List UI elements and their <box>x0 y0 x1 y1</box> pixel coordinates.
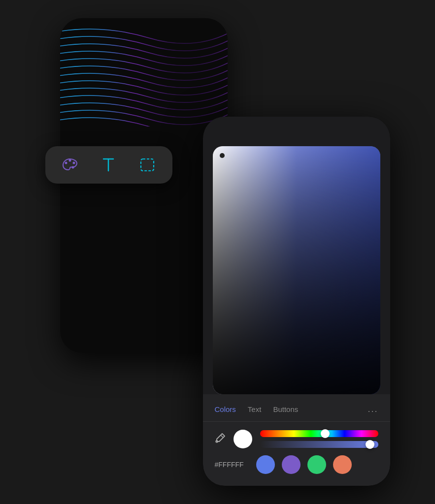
preset-red-orange[interactable] <box>333 455 352 474</box>
tab-buttons[interactable]: Buttons <box>273 403 298 415</box>
color-picker-panel[interactable] <box>213 146 380 394</box>
tab-more[interactable]: ... <box>368 404 378 414</box>
camera-dot <box>220 153 225 158</box>
palette-tool-button[interactable] <box>60 155 80 175</box>
bottom-panel: Colors Text Buttons ... <box>203 394 390 486</box>
tab-text[interactable]: Text <box>248 403 262 415</box>
svg-rect-7 <box>141 159 154 171</box>
hue-slider-thumb[interactable] <box>321 429 330 438</box>
hue-slider[interactable] <box>260 430 378 437</box>
color-row-sliders <box>215 430 378 448</box>
phone-front: Colors Text Buttons ... <box>203 117 390 486</box>
gradient-waves <box>60 18 228 126</box>
alpha-slider-thumb[interactable] <box>366 440 374 449</box>
slider-container <box>260 430 378 448</box>
hex-value-label[interactable]: #FFFFFF <box>215 461 249 469</box>
toolbar-floating <box>45 146 172 184</box>
svg-point-1 <box>65 162 67 164</box>
eyedropper-icon[interactable] <box>215 433 226 446</box>
preset-purple[interactable] <box>282 455 301 474</box>
phone-front-screen: Colors Text Buttons ... <box>203 117 390 486</box>
phone-back-screen <box>60 18 228 353</box>
svg-point-2 <box>68 159 71 162</box>
text-tool-button[interactable] <box>100 155 117 175</box>
svg-line-8 <box>221 435 223 438</box>
preset-green[interactable] <box>307 455 326 474</box>
tab-colors[interactable]: Colors <box>215 403 236 415</box>
alpha-slider[interactable] <box>260 441 378 448</box>
preset-blue[interactable] <box>256 455 275 474</box>
color-row-presets: #FFFFFF <box>215 455 378 478</box>
tabs-row: Colors Text Buttons ... <box>203 394 390 422</box>
phone-back <box>60 18 228 353</box>
scene: Colors Text Buttons ... <box>45 18 390 486</box>
current-color-swatch[interactable] <box>234 430 252 448</box>
color-gradient-main <box>213 146 380 394</box>
color-controls: #FFFFFF <box>203 422 390 486</box>
selection-tool-button[interactable] <box>137 155 158 175</box>
svg-point-3 <box>72 162 75 164</box>
